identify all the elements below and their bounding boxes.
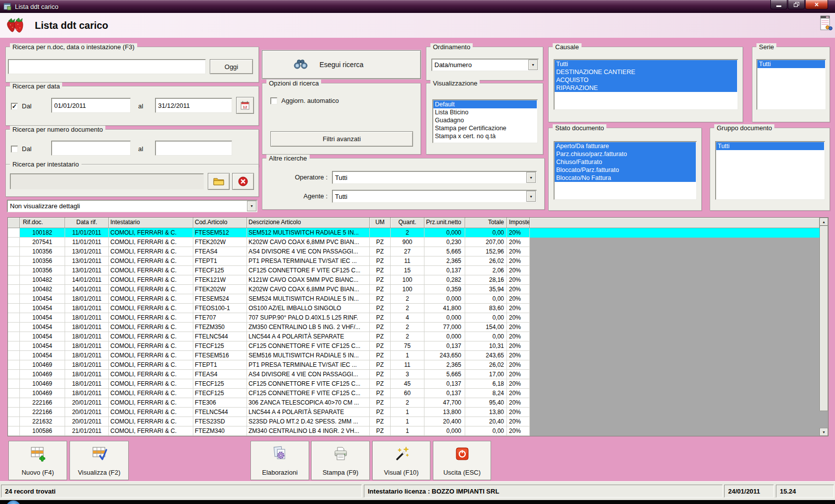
table-cell[interactable]: 0,137 — [424, 379, 465, 389]
table-cell[interactable]: PZ — [370, 398, 391, 408]
table-cell[interactable]: 20% — [507, 294, 530, 304]
table-cell[interactable]: 20% — [507, 256, 530, 266]
table-cell[interactable]: 11 — [391, 360, 424, 370]
row-selector-cell[interactable] — [8, 426, 20, 436]
table-cell[interactable]: PT1 PRESA TERMINALE TV/SAT IEC ... — [247, 360, 370, 370]
table-cell[interactable]: 27 — [391, 247, 424, 256]
listbox-item[interactable]: Stampa per Certificazione — [433, 124, 537, 132]
visualizza-button[interactable]: Visualizza (F2) — [70, 441, 129, 480]
date-from-checkbox[interactable]: ✓ — [11, 103, 18, 110]
table-cell[interactable]: COMOLI, FERRARI & C. — [109, 360, 193, 370]
chevron-down-icon[interactable]: ▼ — [526, 172, 536, 183]
table-row[interactable]: 22216620/01/2011COMOLI, FERRARI & C.FTE3… — [8, 398, 820, 408]
table-row[interactable]: 10048214/01/2011COMOLI, FERRARI & C.FTEK… — [8, 275, 820, 285]
listbox-item[interactable]: Stampa x cert. no q.tà — [433, 132, 537, 140]
table-cell[interactable]: 100454 — [20, 351, 65, 360]
row-selector-cell[interactable] — [8, 332, 20, 341]
row-selector-cell[interactable] — [8, 389, 20, 398]
gruppo-listbox[interactable]: Tutti — [715, 141, 825, 200]
table-cell[interactable]: FTEK202W — [193, 285, 247, 294]
table-cell[interactable]: 47,700 — [424, 398, 465, 408]
table-cell[interactable]: COMOLI, FERRARI & C. — [109, 247, 193, 256]
table-cell[interactable]: LNC544 A 4 POLARITÀ SEPARATE — [247, 408, 370, 417]
table-cell[interactable]: COMOLI, FERRARI & C. — [109, 313, 193, 323]
table-cell[interactable]: COMOLI, FERRARI & C. — [109, 379, 193, 389]
scrollbar-thumb[interactable] — [820, 226, 828, 411]
table-cell[interactable]: 11 — [391, 256, 424, 266]
table-cell[interactable]: 2,365 — [424, 256, 465, 266]
table-cell[interactable]: FTECF125 — [193, 379, 247, 389]
table-cell[interactable]: FTE306 — [193, 398, 247, 408]
listbox-item[interactable]: Aperto/Da fatturare — [555, 142, 696, 150]
table-cell[interactable] — [370, 228, 391, 238]
table-cell[interactable]: 207541 — [20, 238, 65, 247]
table-cell[interactable]: 100356 — [20, 266, 65, 275]
table-cell[interactable]: 0,000 — [424, 426, 465, 436]
table-cell[interactable]: 100356 — [20, 256, 65, 266]
table-cell[interactable]: 13,800 — [424, 408, 465, 417]
table-cell[interactable]: 20,40 — [465, 417, 507, 426]
row-selector-cell[interactable] — [8, 408, 20, 417]
table-cell[interactable]: 14/01/2011 — [65, 275, 109, 285]
table-cell[interactable]: COMOLI, FERRARI & C. — [109, 275, 193, 285]
table-cell[interactable]: 11/01/2011 — [65, 228, 109, 238]
table-cell[interactable]: 13,80 — [465, 408, 507, 417]
table-row[interactable]: 10045418/01/2011COMOLI, FERRARI & C.FTE7… — [8, 313, 820, 323]
chevron-down-icon[interactable]: ▼ — [528, 60, 538, 70]
table-cell[interactable]: 18/01/2011 — [65, 304, 109, 313]
advanced-filters-button[interactable]: Filtri avanzati — [270, 131, 413, 147]
table-cell[interactable]: SEM512 MULTISWITCH RADIALE 5 IN... — [247, 228, 370, 238]
auto-update-checkbox[interactable] — [270, 97, 277, 104]
date-from-input[interactable] — [51, 98, 131, 113]
row-selector-cell[interactable] — [8, 398, 20, 408]
table-cell[interactable]: 100 — [391, 285, 424, 294]
row-selector-cell[interactable] — [8, 351, 20, 360]
table-cell[interactable]: PZ — [370, 408, 391, 417]
table-cell[interactable]: 100454 — [20, 304, 65, 313]
column-header[interactable]: Totale — [465, 218, 507, 228]
table-cell[interactable]: 900 — [391, 238, 424, 247]
table-cell[interactable]: 60 — [391, 389, 424, 398]
table-row[interactable]: 22216620/01/2011COMOLI, FERRARI & C.FTEL… — [8, 408, 820, 417]
table-cell[interactable]: SEM524 MULTISWITCH RADIALE 5 IN... — [247, 294, 370, 304]
nuovo-button[interactable]: Nuovo (F4) — [8, 441, 67, 480]
table-cell[interactable]: COMOLI, FERRARI & C. — [109, 266, 193, 275]
table-cell[interactable]: CF125 CONNETTORE F VITE CF125 C... — [247, 266, 370, 275]
table-cell[interactable]: 11/01/2011 — [65, 238, 109, 247]
table-cell[interactable]: 100454 — [20, 341, 65, 351]
listbox-item[interactable]: RIPARAZIONE — [555, 84, 737, 92]
table-cell[interactable]: 28,16 — [465, 275, 507, 285]
table-cell[interactable]: 222166 — [20, 398, 65, 408]
table-cell[interactable]: PZ — [370, 370, 391, 379]
table-cell[interactable]: 20% — [507, 426, 530, 436]
table-cell[interactable]: 0,000 — [424, 228, 465, 238]
details-dropdown[interactable]: Non visualizzare dettagli ▼ — [7, 200, 257, 212]
table-cell[interactable]: PZ — [370, 426, 391, 436]
listbox-item[interactable]: Parz.chiuso/parz.fatturato — [555, 150, 696, 158]
vertical-scrollbar[interactable]: ▲ ▼ — [820, 218, 828, 436]
table-cell[interactable]: 243,65 — [465, 351, 507, 360]
table-cell[interactable]: 2 — [391, 398, 424, 408]
table-row[interactable]: 10045418/01/2011COMOLI, FERRARI & C.FTES… — [8, 294, 820, 304]
row-selector-cell[interactable] — [8, 294, 20, 304]
row-selector-cell[interactable] — [8, 256, 20, 266]
table-cell[interactable]: PZ — [370, 313, 391, 323]
table-row[interactable]: 10046918/01/2011COMOLI, FERRARI & C.FTEC… — [8, 379, 820, 389]
table-cell[interactable]: 18/01/2011 — [65, 379, 109, 389]
table-cell[interactable]: 2 — [391, 294, 424, 304]
table-cell[interactable]: K202W CAVO COAX 6,8MM PVC BIAN... — [247, 238, 370, 247]
table-cell[interactable]: 8,24 — [465, 389, 507, 398]
table-cell[interactable]: S23SD PALO MT.2 D.42 SPESS. 2MM ... — [247, 417, 370, 426]
table-cell[interactable]: 0,00 — [465, 294, 507, 304]
table-cell[interactable]: 2,06 — [465, 266, 507, 275]
table-cell[interactable]: 100469 — [20, 379, 65, 389]
table-cell[interactable]: OS100 AZ/EL IMBALLO SINGOLO — [247, 304, 370, 313]
table-cell[interactable]: 0,000 — [424, 332, 465, 341]
table-cell[interactable]: 20% — [507, 285, 530, 294]
table-cell[interactable]: ZM350 CENTRALINO LB 5 ING. 2 VHF/... — [247, 323, 370, 332]
column-header[interactable]: Quant. — [391, 218, 424, 228]
row-selector-cell[interactable] — [8, 417, 20, 426]
table-cell[interactable]: 2 — [391, 332, 424, 341]
table-cell[interactable]: 18/01/2011 — [65, 370, 109, 379]
table-cell[interactable]: COMOLI, FERRARI & C. — [109, 332, 193, 341]
